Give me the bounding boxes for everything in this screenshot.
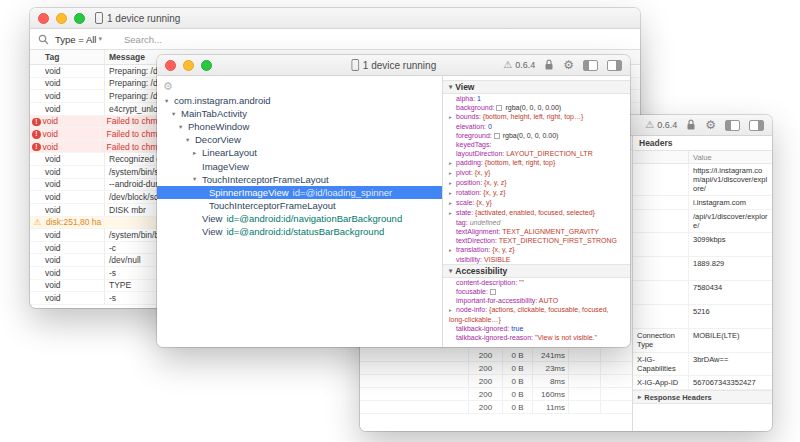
expand-arrow-icon[interactable]: ▸ [449,189,456,198]
property-name: rotation: [456,189,483,196]
close-button[interactable] [38,13,49,24]
tree-disclosure-icon[interactable]: ▾ [179,123,188,131]
tree-node-label: View [202,213,222,224]
tree-list: ▾com.instagram.android▾MainTabActivity▾P… [157,94,442,238]
minimize-button[interactable] [56,13,67,24]
lock-icon[interactable] [544,59,554,71]
tree-node[interactable]: Viewid=@android:id/statusBarBackground [157,225,442,238]
log-window-titlebar[interactable]: 1 device running [30,8,640,29]
property-row[interactable]: ▸translation: {x, y, z} [443,245,630,255]
request-row[interactable]: 2000 B23ms [360,362,632,375]
property-row[interactable]: ▸rotation: {x, y, z} [443,188,630,198]
request-url-cell [360,375,468,387]
search-input[interactable]: Search... [124,34,162,45]
tree-node[interactable]: TouchInterceptorFrameLayout [157,199,442,212]
row-icon-spacer [32,255,43,266]
toggle-right-panel-button[interactable] [607,60,622,71]
gear-icon[interactable]: ⚙ [157,76,442,94]
tree-node[interactable]: Viewid=@android:id/navigationBarBackgrou… [157,212,442,225]
expand-arrow-icon[interactable]: ▸ [449,113,456,122]
headers-tab[interactable]: Headers [633,136,772,151]
property-row[interactable]: ▸bounds: {bottom, height, left, right, t… [443,112,630,122]
expand-arrow-icon[interactable]: ▸ [449,159,456,168]
property-row: tag: undefined [443,218,630,227]
request-time-cell: 160ms [532,388,568,400]
toggle-left-panel-button[interactable] [725,120,740,131]
row-icon-spacer [32,103,43,114]
request-extra-cell [568,401,600,413]
tree-node[interactable]: ▸LinearLayout [157,146,442,159]
tree-node[interactable]: ImageView [157,159,442,172]
expand-arrow-icon[interactable]: ▸ [449,199,456,208]
property-value: undefined [470,219,501,226]
header-name-cell: X-IG-App-ID [633,376,689,389]
tree-node[interactable]: ▾PhoneWindow [157,120,442,133]
expand-arrow-icon[interactable]: ▸ [449,179,456,188]
log-tag-cell: void [41,141,103,153]
expand-arrow-icon[interactable]: ▸ [449,169,456,178]
headers-table-header: Value [633,151,772,164]
close-button[interactable] [165,60,176,71]
header-name-cell: Connection Type [633,329,689,352]
request-status-cell: 200 [468,375,502,387]
header-value-cell: /api/v1/discover/explore/ [689,210,772,232]
expand-arrow-icon[interactable]: ▸ [449,246,456,255]
props-section-header[interactable]: ▾View [443,80,630,94]
inspector-window-titlebar[interactable]: 1 device running ⚠ 0.6.4 ⚙ [157,55,630,76]
tree-node[interactable]: ▾TouchInterceptorFrameLayout [157,173,442,186]
tree-node[interactable]: ▾MainTabActivity [157,107,442,120]
header-name-cell [633,196,689,209]
header-name-cell [633,164,689,195]
property-row[interactable]: ▸node-info: {actions, clickable, focusab… [443,305,630,324]
type-filter-dropdown[interactable]: Type = All ▾ [55,34,102,45]
property-row[interactable]: ▸state: {activated, enabled, focused, se… [443,208,630,218]
request-extra-cell [600,375,632,387]
property-name: talkback-ignored: [456,325,511,332]
expand-arrow-icon[interactable]: ▸ [449,209,456,218]
tree-disclosure-icon[interactable]: ▾ [172,110,181,118]
tree-disclosure-icon[interactable]: ▾ [165,97,174,105]
property-value: AUTO [539,297,558,304]
request-extra-cell [568,388,600,400]
log-tag-cell: void [43,280,105,292]
minimize-button[interactable] [183,60,194,71]
zoom-button[interactable] [201,60,212,71]
toggle-left-panel-button[interactable] [583,60,598,71]
column-header-tag: Tag [43,50,105,64]
tree-node-label: View [202,226,222,237]
tree-node[interactable]: SpinnerImageViewid=@id/loading_spinner [157,186,442,199]
log-tag-cell: void [43,254,105,266]
properties-panel: ▾Viewalpha: 1background: rgba(0, 0, 0, 0… [443,76,630,347]
tree-disclosure-icon[interactable]: ▾ [186,136,195,144]
tree-node[interactable]: ▾com.instagram.android [157,94,442,107]
property-name: keyedTags: [456,141,491,148]
toggle-right-panel-button[interactable] [749,120,764,131]
property-row[interactable]: ▸pivot: {x, y} [443,168,630,178]
props-section-header[interactable]: ▾Accessibility [443,264,630,278]
request-extra-cell [600,401,632,413]
zoom-button[interactable] [74,13,85,24]
property-row[interactable]: ▸scale: {x, y} [443,198,630,208]
request-row[interactable]: 2000 B241ms [360,349,632,362]
property-name: textAlignment: [456,228,502,235]
gear-icon[interactable]: ⚙ [705,119,716,131]
expand-arrow-icon[interactable]: ▸ [449,306,456,315]
response-headers-section[interactable]: ▸Response Headers [633,390,772,404]
request-detail-panel: Headers Value https://i.instagram.com/ap… [633,136,772,431]
request-row[interactable]: 2000 B11ms [360,401,632,414]
tree-disclosure-icon[interactable]: ▸ [193,149,202,157]
lock-icon[interactable] [686,119,696,131]
version-badge: ⚠ 0.6.4 [503,60,535,70]
header-value-cell: i.instagram.com [689,196,772,209]
property-name: talkback-ignored-reason: [456,334,535,341]
property-row[interactable]: ▸padding: {bottom, left, right, top} [443,158,630,168]
property-row[interactable]: ▸position: {x, y, z} [443,178,630,188]
request-row[interactable]: 2000 B8ms [360,375,632,388]
request-row[interactable]: 2000 B160ms [360,388,632,401]
checkbox[interactable] [490,289,496,295]
gear-icon[interactable]: ⚙ [563,59,574,71]
tree-disclosure-icon[interactable]: ▾ [193,175,202,183]
property-name: background: [456,104,496,111]
log-message-cell: DISK mbr [105,205,146,215]
tree-node[interactable]: ▾DecorView [157,133,442,146]
